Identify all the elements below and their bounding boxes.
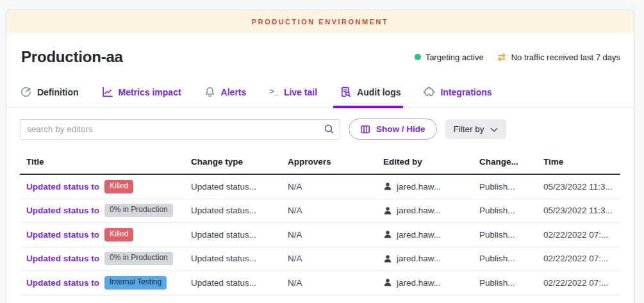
metrics-chart-icon bbox=[102, 86, 113, 97]
search-input[interactable] bbox=[20, 119, 340, 140]
audit-entry-link[interactable]: Updated status to bbox=[26, 278, 99, 288]
person-icon bbox=[383, 278, 392, 287]
title-cell: Updated status to Killed bbox=[20, 228, 191, 242]
title-cell: Updated status to Killed bbox=[20, 180, 191, 193]
change-type-cell: Updated status... bbox=[191, 182, 288, 192]
show-hide-label: Show / Hide bbox=[376, 124, 425, 134]
column-header-time: Time bbox=[543, 152, 620, 174]
status-badge: 0% in Production bbox=[104, 252, 173, 265]
column-header-title: Title bbox=[20, 152, 191, 174]
column-header-approvers: Approvers bbox=[288, 152, 383, 174]
bell-icon bbox=[204, 86, 215, 97]
tab-live-tail[interactable]: >_ Live tail bbox=[268, 78, 318, 107]
tab-integrations[interactable]: Integrations bbox=[423, 78, 492, 107]
time-cell: 02/22/2022 07:... bbox=[543, 278, 620, 288]
tab-bar: Definition Metrics impact Alerts >_ Live… bbox=[6, 78, 634, 108]
tab-label: Metrics impact bbox=[119, 87, 181, 97]
status-badge: Killed bbox=[104, 180, 133, 193]
targeting-status-label: Targeting active bbox=[425, 53, 484, 62]
time-cell: 02/22/2022 07:... bbox=[543, 230, 620, 240]
search-icon bbox=[324, 124, 334, 137]
targeting-status: Targeting active bbox=[415, 53, 484, 62]
definition-icon bbox=[21, 86, 31, 97]
change-type-cell: Updated status... bbox=[191, 278, 288, 288]
tab-metrics-impact[interactable]: Metrics impact bbox=[101, 78, 182, 107]
traffic-status-label: No traffic received last 7 days bbox=[511, 53, 620, 62]
edited-by-cell: jared.haw... bbox=[383, 206, 479, 215]
puzzle-icon bbox=[424, 86, 434, 97]
edited-by-cell: jared.haw... bbox=[383, 230, 479, 240]
person-icon bbox=[383, 230, 392, 239]
editor-name: jared.haw... bbox=[397, 254, 441, 263]
edited-by-cell: jared.haw... bbox=[383, 254, 479, 263]
title-cell: Updated status to 0% in Production bbox=[20, 204, 191, 217]
approvers-cell: N/A bbox=[288, 182, 383, 192]
person-icon bbox=[383, 206, 392, 215]
table-row: Updated status to Killed Updated status.… bbox=[20, 175, 620, 199]
approvers-cell: N/A bbox=[288, 254, 383, 263]
environment-banner: PRODUCTION ENVIRONMENT bbox=[6, 10, 634, 33]
table-row: Updated status to Killed Updated status.… bbox=[20, 223, 620, 247]
traffic-status: No traffic received last 7 days bbox=[497, 53, 620, 62]
page-header: Production-aa Targeting active No traffi… bbox=[6, 33, 634, 78]
status-badge: Killed bbox=[104, 228, 133, 242]
tab-label: Live tail bbox=[284, 87, 317, 97]
status-badge: Internal Testing bbox=[104, 276, 167, 290]
change-cell: Publish... bbox=[479, 182, 543, 192]
edited-by-cell: jared.haw... bbox=[383, 278, 479, 288]
approvers-cell: N/A bbox=[288, 230, 383, 240]
show-hide-button[interactable]: Show / Hide bbox=[349, 119, 437, 140]
table-row: Updated status to 0% in Production Updat… bbox=[20, 247, 620, 272]
title-cell: Updated status to Internal Testing bbox=[20, 276, 191, 290]
table-header-row: Title Change type Approvers Edited by Ch… bbox=[20, 152, 620, 175]
page-title: Production-aa bbox=[21, 48, 123, 66]
audit-entry-link[interactable]: Updated status to bbox=[26, 254, 99, 263]
column-header-change: Change... bbox=[479, 152, 543, 174]
editor-name: jared.haw... bbox=[397, 230, 441, 240]
approvers-cell: N/A bbox=[288, 278, 383, 288]
filter-by-button[interactable]: Filter by bbox=[445, 119, 506, 139]
tab-alerts[interactable]: Alerts bbox=[204, 78, 247, 107]
search-box bbox=[20, 119, 340, 140]
person-icon bbox=[383, 182, 392, 191]
table-row: Updated status to 0% in Production Updat… bbox=[20, 199, 620, 224]
chevron-down-icon bbox=[490, 127, 498, 133]
status-badge: 0% in Production bbox=[104, 204, 173, 217]
audit-entry-link[interactable]: Updated status to bbox=[26, 182, 99, 192]
time-cell: 05/23/2022 11:3... bbox=[543, 206, 620, 215]
change-cell: Publish... bbox=[479, 278, 543, 288]
editor-name: jared.haw... bbox=[397, 206, 441, 215]
column-header-change-type: Change type bbox=[191, 152, 288, 174]
audit-entry-link[interactable]: Updated status to bbox=[26, 206, 99, 215]
column-header-edited-by: Edited by bbox=[383, 152, 479, 174]
tab-label: Alerts bbox=[221, 87, 247, 97]
change-cell: Publish... bbox=[479, 254, 543, 263]
audit-log-table: Title Change type Approvers Edited by Ch… bbox=[20, 152, 620, 295]
change-type-cell: Updated status... bbox=[191, 230, 288, 240]
time-cell: 02/22/2022 07:... bbox=[543, 254, 620, 263]
time-cell: 05/23/2022 11:3... bbox=[543, 182, 620, 192]
environment-card: PRODUCTION ENVIRONMENT Production-aa Tar… bbox=[6, 10, 634, 303]
title-cell: Updated status to 0% in Production bbox=[20, 252, 191, 265]
traffic-arrows-icon bbox=[497, 53, 507, 61]
terminal-icon: >_ bbox=[269, 87, 278, 97]
status-group: Targeting active No traffic received las… bbox=[415, 53, 620, 62]
tab-label: Integrations bbox=[440, 87, 491, 97]
audit-entry-link[interactable]: Updated status to bbox=[26, 230, 99, 240]
status-dot bbox=[415, 54, 421, 60]
change-cell: Publish... bbox=[479, 230, 543, 240]
change-type-cell: Updated status... bbox=[191, 206, 288, 215]
tab-definition[interactable]: Definition bbox=[20, 78, 79, 107]
audit-log-icon bbox=[340, 86, 351, 97]
change-cell: Publish... bbox=[479, 206, 543, 215]
columns-icon bbox=[360, 124, 370, 135]
editor-name: jared.haw... bbox=[397, 278, 441, 288]
toolbar: Show / Hide Filter by bbox=[6, 108, 634, 148]
tab-label: Definition bbox=[37, 87, 79, 97]
filter-by-label: Filter by bbox=[454, 124, 484, 134]
tab-audit-logs[interactable]: Audit logs bbox=[340, 78, 401, 107]
table-row: Updated status to Internal Testing Updat… bbox=[20, 271, 620, 295]
tab-label: Audit logs bbox=[357, 87, 400, 97]
approvers-cell: N/A bbox=[288, 206, 383, 215]
person-icon bbox=[383, 254, 392, 263]
